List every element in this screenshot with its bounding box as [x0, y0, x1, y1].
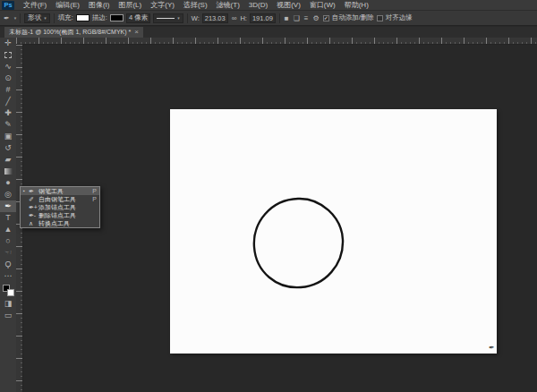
- height-label: H:: [240, 14, 247, 22]
- auto-add-delete-label: 自动添加/删除: [332, 13, 374, 22]
- menu-3d[interactable]: 3D(D): [244, 1, 272, 9]
- pen-icon: ✒: [29, 188, 37, 194]
- healing-brush-tool[interactable]: ✚: [0, 107, 16, 119]
- pen-tool-flyout-menu: ▪ ✒ 钢笔工具 P ✐ 自由钢笔工具 P ✒+ 添加锚点工具 ✒- 删除锚点工…: [20, 186, 100, 228]
- menu-type[interactable]: 文字(Y): [146, 0, 179, 10]
- brush-tool[interactable]: ✎: [0, 119, 16, 131]
- stroke-width-field[interactable]: 4 像素: [126, 13, 150, 23]
- chevron-down-icon: ▾: [14, 15, 17, 21]
- zoom-tool[interactable]: Ϙ: [0, 259, 16, 270]
- divider: [279, 13, 280, 23]
- delete-anchor-icon: ✒-: [29, 212, 37, 218]
- stroke-label: 描边:: [92, 13, 107, 22]
- width-value: 213.03: [205, 14, 226, 22]
- hand-tool[interactable]: ☜: [0, 247, 16, 259]
- photoshop-window: Ps 文件(F) 编辑(E) 图像(I) 图层(L) 文字(Y) 选择(S) 滤…: [0, 0, 537, 392]
- blur-tool[interactable]: ●: [0, 177, 16, 189]
- flyout-item-convert-point-tool[interactable]: ∧ 转换点工具: [21, 219, 99, 227]
- canvas[interactable]: [170, 109, 497, 354]
- menu-view[interactable]: 视图(V): [272, 0, 305, 10]
- link-dimensions-icon[interactable]: ∞: [231, 14, 238, 22]
- add-anchor-icon: ✒+: [29, 204, 37, 210]
- stroke-width-value: 4 像素: [129, 13, 148, 22]
- align-edges-checkbox[interactable]: [377, 15, 383, 21]
- ellipse-shape: [170, 109, 497, 354]
- menu-window[interactable]: 窗口(W): [305, 0, 340, 10]
- width-label: W:: [192, 14, 200, 22]
- freeform-pen-icon: ✐: [29, 196, 37, 202]
- move-tool[interactable]: ✛: [0, 38, 16, 49]
- chevron-down-icon: ▾: [44, 15, 47, 21]
- pen-cursor-icon: ✒: [489, 344, 495, 352]
- foreground-background-colors: [3, 285, 14, 296]
- stroke-swatch[interactable]: [110, 14, 124, 21]
- menu-layer[interactable]: 图层(L): [114, 0, 146, 10]
- height-field[interactable]: 191.09: [250, 13, 276, 23]
- gradient-icon: [4, 168, 13, 175]
- stroke-type-select[interactable]: ▾: [153, 13, 183, 23]
- document-tab-title: 未标题-1 @ 100%(椭圆 1, RGB/8#/CMYK) *: [9, 28, 131, 37]
- menu-image[interactable]: 图像(I): [84, 0, 115, 10]
- path-alignment-icon[interactable]: ❏: [293, 14, 301, 22]
- document-tab[interactable]: 未标题-1 @ 100%(椭圆 1, RGB/8#/CMYK) * ×: [4, 27, 143, 38]
- path-operations-icon[interactable]: ■: [284, 14, 290, 22]
- eyedropper-tool[interactable]: ╱: [0, 96, 16, 107]
- flyout-item-shortcut: P: [92, 188, 97, 194]
- type-tool[interactable]: T: [0, 212, 16, 224]
- menu-file[interactable]: 文件(F): [19, 0, 51, 10]
- menu-bar: Ps 文件(F) 编辑(E) 图像(I) 图层(L) 文字(Y) 选择(S) 滤…: [0, 0, 537, 11]
- tool-mode-select[interactable]: 形状 ▾: [24, 13, 50, 23]
- divider: [20, 13, 21, 23]
- tool-mode-value: 形状: [28, 13, 41, 22]
- pen-tool-preset-icon[interactable]: ✒: [3, 14, 11, 22]
- menu-help[interactable]: 帮助(H): [340, 0, 373, 10]
- quick-selection-tool[interactable]: ⊙: [0, 72, 16, 84]
- flyout-item-shortcut: P: [92, 196, 97, 202]
- gradient-tool[interactable]: [0, 166, 16, 177]
- auto-add-delete-checkbox[interactable]: ✓: [323, 15, 329, 21]
- tool-options-bar: ✒ ▾ 形状 ▾ 填充: 描边: 4 像素 ▾ W: 213.03 ∞ H: 1…: [0, 11, 537, 26]
- path-arrangement-icon[interactable]: ≡: [303, 14, 310, 22]
- edit-toolbar-button[interactable]: ⋯: [0, 270, 16, 282]
- eraser-tool[interactable]: ▰: [0, 154, 16, 166]
- divider: [187, 13, 188, 23]
- crop-tool[interactable]: #: [0, 84, 16, 96]
- pen-tool[interactable]: ✒: [0, 200, 16, 212]
- photoshop-logo: Ps: [2, 1, 14, 10]
- document-tab-bar: 未标题-1 @ 100%(椭圆 1, RGB/8#/CMYK) * ×: [0, 27, 537, 38]
- convert-point-icon: ∧: [29, 220, 37, 226]
- history-brush-tool[interactable]: ↺: [0, 142, 16, 154]
- flyout-item-label: 转换点工具: [38, 219, 95, 228]
- tools-panel: ✛ ∿ ⊙ # ╱ ✚ ✎ ▣ ↺ ▰ ● ◎ ✒ T ▲ ○ ☜ Ϙ ⋯ ◨ …: [0, 38, 16, 392]
- chevron-down-icon: ▾: [177, 15, 180, 21]
- menu-edit[interactable]: 编辑(E): [51, 0, 84, 10]
- menu-select[interactable]: 选择(S): [179, 0, 212, 10]
- color-swatches[interactable]: [0, 282, 16, 298]
- gear-icon[interactable]: ⚙: [312, 14, 320, 22]
- current-tool-marker-icon: ▪: [23, 189, 27, 193]
- check-icon: ✓: [324, 15, 328, 21]
- height-value: 191.09: [252, 14, 273, 22]
- quick-mask-button[interactable]: ◨: [0, 298, 16, 310]
- fill-swatch[interactable]: [76, 14, 90, 21]
- horizontal-ruler[interactable]: [16, 38, 537, 45]
- dodge-tool[interactable]: ◎: [0, 189, 16, 200]
- screen-mode-button[interactable]: ▭: [0, 310, 16, 321]
- divider: [54, 13, 55, 23]
- lasso-tool[interactable]: ∿: [0, 61, 16, 72]
- background-color-swatch[interactable]: [7, 289, 14, 296]
- marquee-tool[interactable]: [0, 49, 16, 61]
- width-field[interactable]: 213.03: [202, 13, 228, 23]
- path-selection-tool[interactable]: ▲: [0, 224, 16, 235]
- align-edges-label: 对齐边缘: [386, 13, 413, 22]
- clone-stamp-tool[interactable]: ▣: [0, 131, 16, 142]
- marquee-icon: [4, 52, 12, 58]
- solid-line-icon: [157, 18, 175, 19]
- menu-filter[interactable]: 滤镜(T): [212, 0, 244, 10]
- shape-tool[interactable]: ○: [0, 235, 16, 247]
- close-icon[interactable]: ×: [134, 29, 139, 36]
- fill-label: 填充:: [58, 13, 73, 22]
